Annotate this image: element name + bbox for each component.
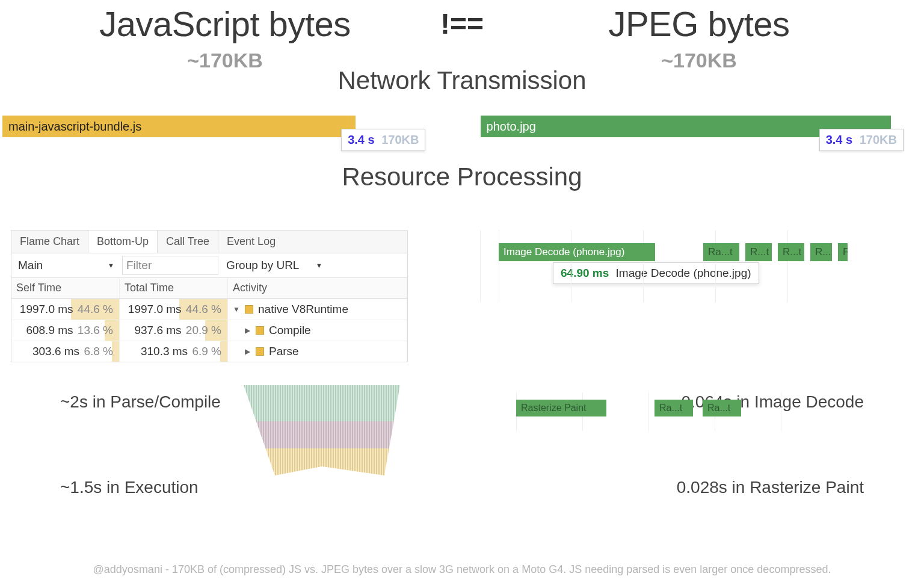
js-bar-wrap: main-javascript-bundle.js 3.4 s 170KB <box>2 116 443 137</box>
processing-row: Flame Chart Bottom-Up Call Tree Event Lo… <box>0 230 924 362</box>
js-network-bar: main-javascript-bundle.js <box>2 116 356 137</box>
header-row: JavaScript bytes ~170KB !== JPEG bytes ~… <box>0 4 924 72</box>
activity-label: Compile <box>269 324 311 337</box>
raster-block: Rasterize Paint <box>516 400 606 416</box>
tab-bottom-up[interactable]: Bottom-Up <box>88 231 158 253</box>
js-badge-size: 170KB <box>381 133 419 146</box>
activity-label: Parse <box>269 345 299 358</box>
tab-call-tree[interactable]: Call Tree <box>158 231 218 253</box>
col-total: Total Time <box>120 278 228 298</box>
js-time-badge: 3.4 s 170KB <box>341 129 425 151</box>
jpeg-timeline: 64.90 ms Image Decode (phone.jpg) Image … <box>480 230 913 302</box>
tab-flame-chart[interactable]: Flame Chart <box>11 231 88 253</box>
jpeg-badge-size: 170KB <box>860 133 897 146</box>
js-title: JavaScript bytes <box>36 4 414 44</box>
decode-tooltip: 64.90 ms Image Decode (phone.jpg) <box>553 262 759 284</box>
processing-heading: Resource Processing <box>0 163 924 191</box>
bottomup-head: Self Time Total Time Activity <box>11 278 407 299</box>
raster-block: Ra...t <box>703 400 741 416</box>
raster-timeline: Rasterize PaintRa...tRa...t <box>516 397 817 419</box>
decode-block: Image Decode (phone.jpg) <box>499 243 655 261</box>
footer-credit: @addyosmani - 170KB of (compressed) JS v… <box>0 563 924 576</box>
raster-tail-block: R... <box>810 243 832 261</box>
col-activity: Activity <box>228 278 407 298</box>
devtools-panel: Flame Chart Bottom-Up Call Tree Event Lo… <box>11 230 444 362</box>
decode-ms: 64.90 ms <box>561 267 609 279</box>
jpeg-time-badge: 3.4 s 170KB <box>819 129 904 151</box>
neq-symbol: !== <box>414 7 510 40</box>
activity-swatch <box>256 326 264 335</box>
bottomup-body: 1997.0 ms 44.6 %1997.0 ms 44.6 %▼native … <box>11 299 407 362</box>
filter-input[interactable]: Filter <box>122 256 218 275</box>
activity-label: native V8Runtime <box>258 303 348 316</box>
jpeg-title: JPEG bytes <box>510 4 888 44</box>
devtools: Flame Chart Bottom-Up Call Tree Event Lo… <box>11 230 408 362</box>
jpeg-timeline-panel: 64.90 ms Image Decode (phone.jpg) Image … <box>480 230 913 362</box>
activity-swatch <box>245 305 253 314</box>
js-parse-metric: ~2s in Parse/Compile <box>60 392 221 412</box>
devtools-controls: Main Filter Group by URL <box>11 253 407 278</box>
decode-label: Image Decode (phone.jpg) <box>616 267 751 279</box>
raster-tail-block: Ra...t <box>703 243 739 261</box>
raster-tail-block: F <box>838 243 848 261</box>
bottomup-row[interactable]: 1997.0 ms 44.6 %1997.0 ms 44.6 %▼native … <box>11 299 407 320</box>
expand-icon[interactable]: ▼ <box>233 305 240 314</box>
header-center: !== <box>414 4 510 40</box>
jpeg-raster-metric: 0.028s in Rasterize Paint <box>677 478 864 497</box>
js-time: 3.4 s <box>348 133 374 146</box>
expand-icon[interactable]: ▶ <box>244 326 251 335</box>
activity-swatch <box>256 347 264 356</box>
jpeg-bar-wrap: photo.jpg 3.4 s 170KB <box>481 116 922 137</box>
expand-icon[interactable]: ▶ <box>244 347 251 356</box>
raster-block: Ra...t <box>654 400 693 416</box>
header-left: JavaScript bytes ~170KB <box>36 4 414 72</box>
bottomup-row[interactable]: 303.6 ms 6.8 %310.3 ms 6.9 %▶Parse <box>11 341 407 362</box>
raster-tail-block: R...t <box>778 243 804 261</box>
tab-event-log[interactable]: Event Log <box>218 231 284 253</box>
header-right: JPEG bytes ~170KB <box>510 4 888 72</box>
js-exec-metric: ~1.5s in Execution <box>60 478 199 497</box>
network-bars: main-javascript-bundle.js 3.4 s 170KB ph… <box>0 116 924 137</box>
jpeg-time: 3.4 s <box>826 133 852 146</box>
col-self: Self Time <box>11 278 120 298</box>
bottomup-row[interactable]: 608.9 ms 13.6 %937.6 ms 20.9 %▶Compile <box>11 320 407 341</box>
devtools-tabs: Flame Chart Bottom-Up Call Tree Event Lo… <box>11 231 407 253</box>
thread-select[interactable]: Main <box>15 256 117 275</box>
group-select[interactable]: Group by URL <box>223 256 325 275</box>
raster-tail-block: R...t <box>745 243 772 261</box>
metrics-row-2: ~1.5s in Execution 0.028s in Rasterize P… <box>0 478 924 497</box>
flame-chart-thumb <box>244 385 400 475</box>
